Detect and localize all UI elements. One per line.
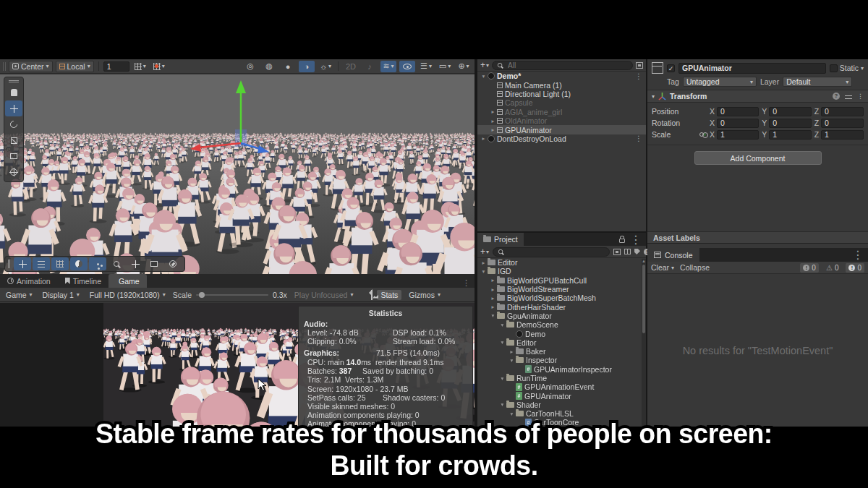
project-row[interactable]: ▸BigWorldGPUBatchCull (477, 276, 646, 285)
project-row[interactable]: ▾Inspector (477, 356, 646, 364)
foldout-closed-icon[interactable]: ▸ (480, 260, 488, 266)
add-component-button[interactable]: Add Component (694, 151, 822, 165)
project-row[interactable]: ▾Editor (477, 338, 646, 347)
scene-audio-toggle[interactable]: ♪ (362, 61, 378, 72)
hierarchy-row[interactable]: ▸DontDestroyOnLoad⋮ (477, 134, 646, 143)
shaded-mode-toggle[interactable]: ◑ (299, 61, 315, 72)
kebab-menu-icon[interactable]: ⋮ (458, 278, 475, 288)
foldout-open-icon[interactable]: ▾ (498, 322, 506, 328)
axis-value-field[interactable]: 1 (821, 130, 864, 140)
foldout-closed-icon[interactable]: ▸ (508, 348, 516, 355)
scroll-up-icon[interactable]: ▲ (642, 259, 646, 263)
grid-snapping-dropdown[interactable]: ▾ (151, 61, 167, 72)
foldout-closed-icon[interactable]: ▸ (489, 127, 497, 133)
snap-settings-dropdown[interactable]: ▾ (132, 61, 148, 72)
create-asset-dropdown[interactable]: +▾ (480, 247, 489, 257)
gizmos-dropdown[interactable]: Gizmos▾ (406, 289, 443, 300)
package-visibility-icon[interactable] (624, 249, 631, 254)
static-toggle[interactable]: Static ▾ (830, 64, 864, 72)
gameobject-name-field[interactable] (678, 63, 826, 74)
search-by-type-icon[interactable] (613, 249, 621, 255)
overlay-drag-handle[interactable] (9, 80, 19, 82)
hierarchy-search-input[interactable] (506, 61, 629, 70)
foldout-closed-icon[interactable]: ▸ (489, 277, 497, 283)
kebab-menu-icon[interactable]: ⋮ (852, 248, 868, 262)
hand-tool-button[interactable] (5, 85, 22, 100)
handle-space-dropdown[interactable]: Local ▾ (56, 61, 94, 72)
move-tool-button[interactable] (5, 100, 22, 116)
axis-value-field[interactable]: 0 (821, 107, 864, 116)
collapse-toggle[interactable]: Collapse (680, 263, 710, 272)
project-row[interactable]: ▸BigWorldSuperBatchMesh (477, 294, 646, 302)
hierarchy-row[interactable]: ▾Demo*⋮ (477, 72, 646, 80)
foldout-open-icon[interactable]: ▾ (498, 375, 506, 382)
project-row[interactable]: Demo (477, 329, 646, 338)
effects-dropdown[interactable]: ≋▾ (380, 61, 396, 72)
overlay-drag-handle[interactable] (8, 260, 10, 268)
error-count-toggle[interactable]: !0 (846, 263, 864, 273)
2d-mode-toggle[interactable]: 2D (343, 61, 359, 72)
render-mode-toggle[interactable]: ◎ (242, 61, 258, 72)
project-row[interactable]: ▾Shader (477, 401, 646, 409)
transform-tool-button[interactable] (5, 164, 22, 180)
hierarchy-search[interactable] (492, 61, 633, 70)
foldout-open-icon[interactable]: ▾ (489, 312, 497, 319)
project-scrollbar[interactable]: ▲ (642, 259, 646, 427)
axis-value-field[interactable]: 0 (717, 119, 759, 128)
foldout-closed-icon[interactable]: ▸ (480, 135, 488, 142)
hierarchy-row[interactable]: Capsule (477, 98, 646, 107)
slider-thumb[interactable] (199, 292, 205, 298)
kebab-menu-icon[interactable]: ⋮ (635, 72, 642, 80)
game-view[interactable]: Statistics Audio: Level: -74.8 dBDSP loa… (0, 303, 475, 427)
project-row[interactable]: #GPUAnimationEvent (477, 382, 646, 391)
asset-labels-bar[interactable]: Asset Labels (647, 231, 868, 244)
project-row[interactable]: ▾CarToonHLSL (477, 409, 646, 418)
foldout-open-icon[interactable]: ▾ (508, 411, 516, 417)
project-row[interactable]: ▾GpuAnimator (477, 312, 646, 320)
search-by-label-icon[interactable] (634, 249, 640, 254)
project-row[interactable]: ▸DitherHairShader (477, 302, 646, 311)
toolbar-drag-handle[interactable] (3, 62, 6, 71)
display-select-dropdown[interactable]: Display 1▾ (40, 289, 82, 300)
rotate-tool-button[interactable] (5, 116, 22, 132)
layer-dropdown[interactable]: Default▾ (783, 77, 852, 87)
info-count-toggle[interactable]: !0 (800, 263, 819, 273)
layers-dropdown[interactable]: ☰▾ (418, 61, 434, 72)
settings-overlay-button[interactable] (33, 257, 50, 270)
play-focus-dropdown[interactable]: Play Unfocused▾ (292, 289, 357, 300)
axis-value-field[interactable]: 0 (717, 107, 759, 116)
tab-animation[interactable]: Animation (0, 274, 58, 288)
project-search-input[interactable] (507, 247, 605, 257)
static-checkbox[interactable] (830, 64, 838, 72)
warning-count-toggle[interactable]: ⚠0 (823, 263, 842, 273)
axis-value-field[interactable]: 0 (821, 119, 864, 128)
tab-console[interactable]: Console (647, 248, 699, 262)
hierarchy-row[interactable]: Directional Light (1) (477, 90, 646, 98)
grid-overlay-button[interactable] (51, 257, 69, 270)
project-row[interactable]: ▾DemoScene (477, 320, 646, 329)
move-overlay-button[interactable] (14, 257, 31, 270)
foldout-closed-icon[interactable]: ▸ (489, 304, 497, 310)
lock-icon[interactable] (619, 239, 625, 243)
axis-value-field[interactable]: 0 (769, 107, 811, 116)
foldout-open-icon[interactable]: ▾ (480, 268, 488, 275)
lighting-dropdown[interactable]: ☼▾ (318, 61, 333, 72)
particles-overlay-button[interactable] (89, 257, 106, 270)
gizmo-target-dropdown[interactable]: ⊕▾ (456, 61, 472, 72)
camera-view-dropdown[interactable]: ▭▾ (437, 61, 453, 72)
axis-value-field[interactable]: 1 (717, 130, 759, 140)
tab-timeline[interactable]: Timeline (58, 274, 109, 288)
foldout-open-icon[interactable]: ▾ (480, 73, 488, 80)
project-row[interactable]: ▸Baker (477, 347, 646, 356)
scrollbar-thumb[interactable] (642, 265, 645, 333)
project-row[interactable]: ▸Editor (477, 258, 646, 267)
clear-button[interactable]: Clear ▾ (651, 263, 674, 272)
foldout-closed-icon[interactable]: ▸ (489, 295, 497, 301)
cards-overlay-button[interactable] (145, 257, 163, 270)
project-row[interactable]: #GPUAnimatorInspector (477, 365, 646, 374)
project-row[interactable]: ▾IGD (477, 267, 646, 275)
create-object-dropdown[interactable]: +▾ (480, 60, 489, 70)
sphere-toggle[interactable]: ● (280, 61, 296, 72)
foldout-open-icon[interactable]: ▾ (498, 401, 506, 408)
hierarchy-row[interactable]: ▸AGIA_anime_girl (477, 108, 646, 116)
